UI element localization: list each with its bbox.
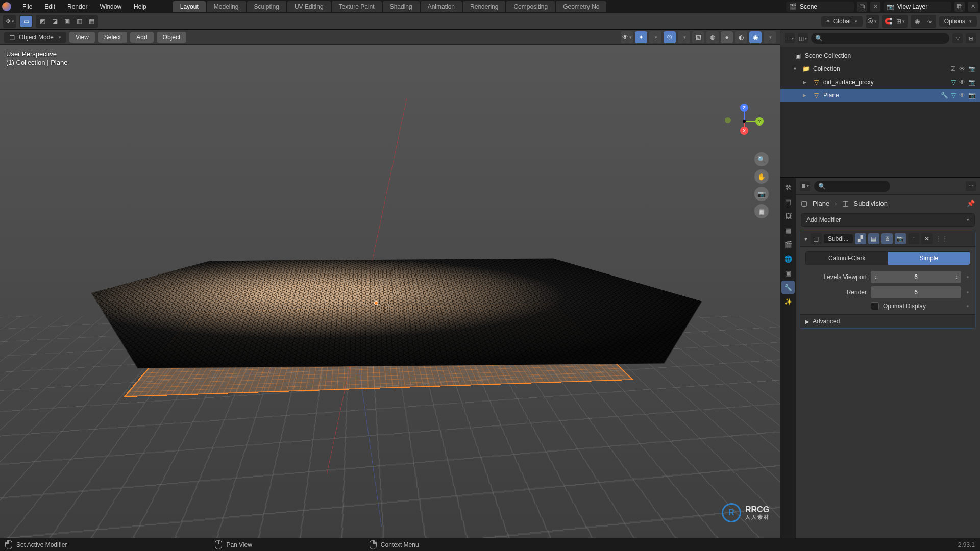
collection-exclude-toggle[interactable]: ☑: [950, 65, 956, 72]
tab-uv-editing[interactable]: UV Editing: [287, 1, 331, 12]
shading-wireframe[interactable]: ◍: [706, 31, 719, 43]
scene-name-input[interactable]: [800, 3, 851, 10]
outliner-search[interactable]: 🔍: [811, 33, 949, 44]
viewlayer-new-button[interactable]: ⿻: [954, 2, 965, 12]
levels-viewport-field[interactable]: ‹ 6 ›: [871, 271, 961, 283]
tree-item-plane[interactable]: ▶ ▽ Plane 🔧 ▽ 👁 📷: [780, 89, 980, 102]
advanced-section-toggle[interactable]: ▶ Advanced: [800, 314, 975, 328]
shading-matprev[interactable]: ◐: [735, 31, 747, 43]
tab-particles-icon[interactable]: ✨: [781, 295, 795, 308]
pin-icon[interactable]: 📌: [967, 199, 975, 207]
tab-sculpting[interactable]: Sculpting: [247, 1, 286, 12]
select-mode-2[interactable]: ◪: [49, 16, 60, 27]
animate-property-icon[interactable]: •: [965, 273, 970, 281]
navigation-gizmo[interactable]: Z X Y: [724, 101, 765, 142]
tab-texture-paint[interactable]: Texture Paint: [332, 1, 382, 12]
increment-button[interactable]: ›: [952, 274, 961, 280]
view-menu[interactable]: View: [69, 32, 95, 43]
tab-render-icon[interactable]: ▤: [781, 195, 795, 208]
hide-toggle[interactable]: 👁: [959, 92, 965, 99]
snap-toggle[interactable]: 🧲: [883, 16, 894, 27]
show-in-editmode-toggle[interactable]: ▤: [868, 233, 879, 244]
menu-help[interactable]: Help: [128, 1, 153, 12]
tab-scene-icon[interactable]: 🎬: [781, 238, 795, 251]
tab-geometry-nodes[interactable]: Geometry No: [556, 1, 606, 12]
tab-modifiers-icon[interactable]: 🔧: [781, 281, 795, 294]
select-menu[interactable]: Select: [98, 32, 127, 43]
decrement-button[interactable]: ‹: [871, 274, 880, 280]
collection-hide-toggle[interactable]: 👁: [959, 65, 965, 72]
tree-collection[interactable]: ▼ 📁 Collection ☑ 👁 📷: [780, 62, 980, 76]
tab-rendering[interactable]: Rendering: [463, 1, 505, 12]
chevron-down-icon[interactable]: ▼: [793, 66, 799, 71]
viewlayer-selector[interactable]: 📷: [884, 2, 951, 12]
select-mode-3[interactable]: ▣: [61, 16, 72, 27]
gizmo-dropdown[interactable]: ▾: [649, 31, 662, 43]
catmull-clark-button[interactable]: Catmull-Clark: [806, 252, 888, 265]
pivot-dropdown[interactable]: ⦿▾: [867, 16, 878, 27]
perspective-toggle-button[interactable]: ▦: [754, 204, 769, 218]
proportional-edit-toggle[interactable]: ◉: [912, 16, 923, 27]
show-on-cage-toggle[interactable]: ▞: [855, 233, 866, 244]
outliner-display-mode[interactable]: ≣▾: [785, 33, 795, 43]
props-options[interactable]: ⋯: [966, 181, 976, 191]
overlay-dropdown[interactable]: ▾: [678, 31, 690, 43]
gizmo-toggle[interactable]: ✦: [635, 31, 647, 43]
hide-toggle[interactable]: 👁: [959, 79, 965, 86]
pan-button[interactable]: ✋: [754, 169, 769, 184]
modifier-extras-dropdown[interactable]: ˅: [908, 233, 919, 244]
object-menu[interactable]: Object: [157, 32, 187, 43]
menu-window[interactable]: Window: [93, 1, 128, 12]
scene-delete-button[interactable]: ✕: [870, 2, 880, 12]
mode-dropdown[interactable]: ◫ Object Mode ▾: [4, 32, 66, 43]
axis-neg-y-handle[interactable]: [725, 117, 731, 123]
chevron-right-icon[interactable]: ▶: [803, 80, 809, 85]
simple-button[interactable]: Simple: [888, 252, 970, 265]
overlay-toggle[interactable]: ⦾: [664, 31, 676, 43]
tab-world-icon[interactable]: 🌐: [781, 252, 795, 265]
zoom-button[interactable]: 🔍: [754, 152, 769, 166]
tab-modeling[interactable]: Modeling: [207, 1, 246, 12]
tree-scene-collection[interactable]: ▣ Scene Collection: [780, 49, 980, 62]
select-mode-4[interactable]: ▥: [74, 16, 85, 27]
axis-y-handle[interactable]: Y: [755, 117, 764, 126]
viewlayer-delete-button[interactable]: ✕: [968, 2, 978, 12]
breadcrumb-modifier[interactable]: Subdivision: [854, 199, 888, 207]
shading-dropdown[interactable]: ▾: [764, 31, 776, 43]
render-toggle[interactable]: 📷: [968, 92, 976, 99]
menu-edit[interactable]: Edit: [38, 1, 61, 12]
menu-render[interactable]: Render: [61, 1, 93, 12]
visibility-dropdown[interactable]: 👁▾: [621, 31, 633, 43]
viewlayer-name-input[interactable]: [897, 3, 948, 10]
axis-x-handle[interactable]: X: [740, 127, 748, 135]
tab-output-icon[interactable]: 🖼: [781, 209, 795, 222]
collection-render-toggle[interactable]: 📷: [968, 65, 976, 72]
cursor-tool-icon[interactable]: ✥▾: [4, 16, 15, 27]
tab-object-icon[interactable]: ▣: [781, 266, 795, 280]
tab-shading[interactable]: Shading: [383, 1, 420, 12]
transform-orientation-dropdown[interactable]: ⌖ Global ▾: [821, 16, 863, 27]
menu-file[interactable]: File: [16, 1, 38, 12]
props-search[interactable]: 🔍: [814, 181, 890, 192]
show-render-toggle[interactable]: 📷: [895, 233, 906, 244]
3d-viewport[interactable]: User Perspective (1) Collection | Plane …: [0, 45, 780, 538]
scene-new-button[interactable]: ⿻: [857, 2, 867, 12]
props-editor-type[interactable]: ≣▾: [800, 181, 810, 191]
add-modifier-dropdown[interactable]: Add Modifier ▾: [801, 213, 975, 227]
optimal-display-checkbox[interactable]: [871, 302, 879, 310]
modifier-delete-button[interactable]: ✕: [921, 233, 933, 244]
outliner-new-collection[interactable]: ⊞: [966, 33, 976, 43]
tab-animation[interactable]: Animation: [421, 1, 462, 12]
tree-item-dirt-surface[interactable]: ▶ ▽ dirt_surface_proxy ▽ 👁 📷: [780, 76, 980, 89]
axis-z-handle[interactable]: Z: [740, 104, 748, 112]
options-dropdown[interactable]: Options▾: [939, 16, 977, 27]
scene-selector[interactable]: 🎬: [786, 2, 854, 12]
snap-dropdown[interactable]: ⊞▾: [895, 16, 906, 27]
add-menu[interactable]: Add: [130, 32, 153, 43]
shading-rendered[interactable]: ◉: [749, 31, 762, 43]
select-box-tool[interactable]: ▭: [20, 16, 32, 27]
drag-handle-icon[interactable]: ⋮⋮: [935, 235, 949, 242]
chevron-down-icon[interactable]: ▼: [803, 236, 808, 242]
tab-compositing[interactable]: Compositing: [506, 1, 555, 12]
breadcrumb-object[interactable]: Plane: [813, 199, 829, 207]
